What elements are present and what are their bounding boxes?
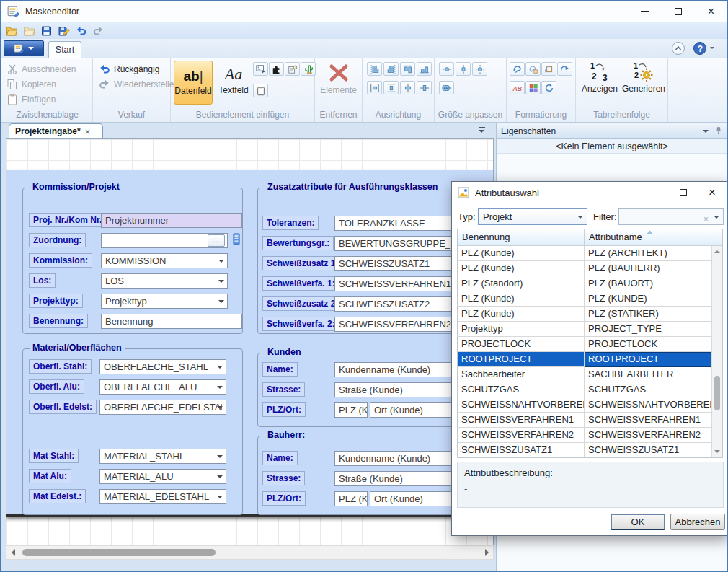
table-row[interactable]: SCHWEISSZUSATZ1SCHWEISSZUSATZ1 <box>458 443 711 457</box>
field-label[interactable]: Schweißzusatz 2: <box>262 296 342 311</box>
close-button[interactable]: × <box>695 1 727 22</box>
application-menu-button[interactable] <box>4 40 44 56</box>
align-bottom-button[interactable] <box>417 62 432 76</box>
open-folder-icon[interactable] <box>5 25 19 38</box>
insert-form-button[interactable] <box>285 62 300 76</box>
scrollbar-thumb[interactable] <box>22 549 216 556</box>
groupbox-kommission-projekt[interactable]: Kommission/Projekt Proj. Nr./Kom Nr.: Pr… <box>22 188 243 334</box>
field-label[interactable]: Benennung: <box>29 314 88 328</box>
bauherr-plz-field[interactable]: PLZ (K <box>334 491 368 506</box>
material-stahl-dropdown[interactable]: MATERIAL_STAHL <box>99 449 226 464</box>
database-tower-icon[interactable] <box>231 233 242 246</box>
tab-close-icon[interactable]: × <box>85 126 91 137</box>
table-row[interactable]: PLZ (Kunde)PLZ (STATIKER) <box>458 307 711 322</box>
bewertungsgruppe-field[interactable]: BEWERTUNGSGRUPPE_S <box>334 236 463 251</box>
scroll-right-arrow[interactable] <box>480 546 493 559</box>
table-row[interactable]: PLZ (Kunde)PLZ (ARCHITEKT) <box>458 246 711 261</box>
bauherr-ort-field[interactable]: Ort (Kunde) <box>370 491 457 506</box>
material-edelstahl-dropdown[interactable]: MATERIAL_EDELSTAHL <box>99 489 226 504</box>
schweisszusatz2-field[interactable]: SCHWEISSZUSATZ2 <box>334 296 463 312</box>
browse-button[interactable]: ... <box>208 234 225 247</box>
ok-button[interactable]: OK <box>611 514 665 530</box>
copy-button[interactable]: Kopieren <box>6 77 56 92</box>
table-row[interactable]: PROJECTLOCKPROJECTLOCK <box>458 337 711 352</box>
groupbox-bauherr[interactable]: Bauherr: Name: Kundenname (Kunde) Strass… <box>257 436 461 515</box>
collapse-ribbon-button[interactable] <box>671 41 685 56</box>
undo-icon[interactable] <box>74 25 88 38</box>
field-label[interactable]: Projekttyp: <box>29 294 83 308</box>
paste-button[interactable]: Einfügen <box>6 92 56 107</box>
minimize-button[interactable] <box>629 1 661 22</box>
projektnummer-field[interactable]: Projektnummer <box>101 213 242 228</box>
mask-form-panel[interactable]: Kommission/Projekt Proj. Nr./Kom Nr.: Pr… <box>6 170 493 517</box>
field-label[interactable]: Strasse: <box>262 471 305 485</box>
kunde-strasse-field[interactable]: Straße (Kunde) <box>334 382 457 397</box>
taborder-show-button[interactable]: 123 Anzeigen <box>579 61 621 94</box>
field-label[interactable]: Oberfl. Stahl: <box>29 359 92 374</box>
colors-button[interactable] <box>525 81 541 94</box>
field-label[interactable]: Schweißverfa. 1: <box>262 276 339 291</box>
field-label[interactable]: Toleranzen: <box>262 216 319 230</box>
align-top-button[interactable] <box>400 62 415 76</box>
field-label[interactable]: Schweißzusatz 1: <box>262 256 342 270</box>
same-width-button[interactable] <box>439 62 454 76</box>
field-label[interactable]: Mat Edelst.: <box>29 489 86 503</box>
redo-button[interactable]: Wiederherstellen <box>99 77 179 92</box>
field-label[interactable]: Los: <box>29 273 56 288</box>
schweisszusatz1-field[interactable]: SCHWEISSZUSATZ1 <box>334 256 463 271</box>
field-label[interactable]: Strasse: <box>262 382 305 397</box>
column-header-benennung[interactable]: Benennung <box>458 229 585 246</box>
scroll-up-arrow[interactable] <box>712 247 722 256</box>
cut-button[interactable]: Ausschneiden <box>6 62 76 76</box>
schweissverfahren1-field[interactable]: SCHWEISSVERFAHREN1 <box>334 276 463 291</box>
tab-list-menu-icon[interactable] <box>476 127 487 136</box>
same-size-button[interactable] <box>472 62 487 76</box>
delete-x-icon[interactable] <box>328 63 350 82</box>
center-horizontal-button[interactable] <box>400 81 415 94</box>
field-label[interactable]: Zuordnung: <box>29 233 86 247</box>
pin-icon[interactable] <box>714 126 723 136</box>
benennung-field[interactable]: Benennung <box>101 314 242 329</box>
save-icon[interactable] <box>40 25 53 38</box>
kunde-name-field[interactable]: Kundenname (Kunde) <box>334 362 457 377</box>
scroll-left-arrow[interactable] <box>6 546 19 559</box>
help-button[interactable]: ? <box>693 41 707 56</box>
field-label[interactable]: PLZ/Ort: <box>262 491 306 506</box>
field-label[interactable]: Mat Stahl: <box>29 449 79 463</box>
redo-icon[interactable] <box>92 25 105 38</box>
dialog-maximize-button[interactable] <box>669 182 698 203</box>
format-apply-button[interactable] <box>557 62 572 76</box>
align-right-button[interactable] <box>383 62 399 76</box>
textfeld-button[interactable]: Aa Textfeld <box>214 61 253 105</box>
designer-canvas[interactable]: Kommission/Projekt Proj. Nr./Kom Nr.: Pr… <box>6 138 494 545</box>
field-label[interactable]: Name: <box>262 362 298 377</box>
insert-image-button[interactable] <box>253 62 268 76</box>
bauherr-name-field[interactable]: Kundenname (Kunde) <box>334 451 457 466</box>
save-as-icon[interactable] <box>57 25 71 38</box>
maximize-button[interactable] <box>662 1 694 22</box>
format-copy-button[interactable] <box>510 62 525 76</box>
table-vertical-scrollbar[interactable] <box>711 246 722 457</box>
typ-combobox[interactable]: Projekt <box>478 208 587 225</box>
field-label[interactable]: Oberfl. Alu: <box>29 379 84 394</box>
oberflaeche-edelstahl-dropdown[interactable]: OBERFLAECHE_EDELSTAH <box>99 400 226 415</box>
field-label[interactable]: Kommission: <box>29 253 92 268</box>
center-vertical-button[interactable] <box>417 81 432 94</box>
align-left-button[interactable] <box>367 62 382 76</box>
kunde-plz-field[interactable]: PLZ (K <box>334 402 368 418</box>
table-row[interactable]: SCHWEISSVERFAHREN1SCHWEISSVERFAHREN1 <box>458 413 711 428</box>
field-label[interactable]: Oberfl. Edelst: <box>29 400 97 414</box>
insert-group-button[interactable] <box>253 84 268 97</box>
scroll-down-arrow[interactable] <box>712 447 722 456</box>
table-row-selected[interactable]: ROOTPROJECTROOTPROJECT <box>458 352 711 367</box>
canvas-horizontal-scrollbar[interactable] <box>6 545 494 560</box>
same-height-button[interactable] <box>456 62 471 76</box>
kunde-ort-field[interactable]: Ort (Kunde) <box>370 402 457 418</box>
format-frame-button[interactable] <box>541 62 556 76</box>
new-folder-icon[interactable] <box>22 25 36 38</box>
reset-format-button[interactable] <box>541 81 556 94</box>
undo-button[interactable]: Rückgängig <box>99 62 159 76</box>
dialog-close-button[interactable]: × <box>698 182 727 203</box>
projekttyp-dropdown[interactable]: Projekttyp <box>101 294 228 309</box>
los-dropdown[interactable]: LOS <box>101 273 228 289</box>
